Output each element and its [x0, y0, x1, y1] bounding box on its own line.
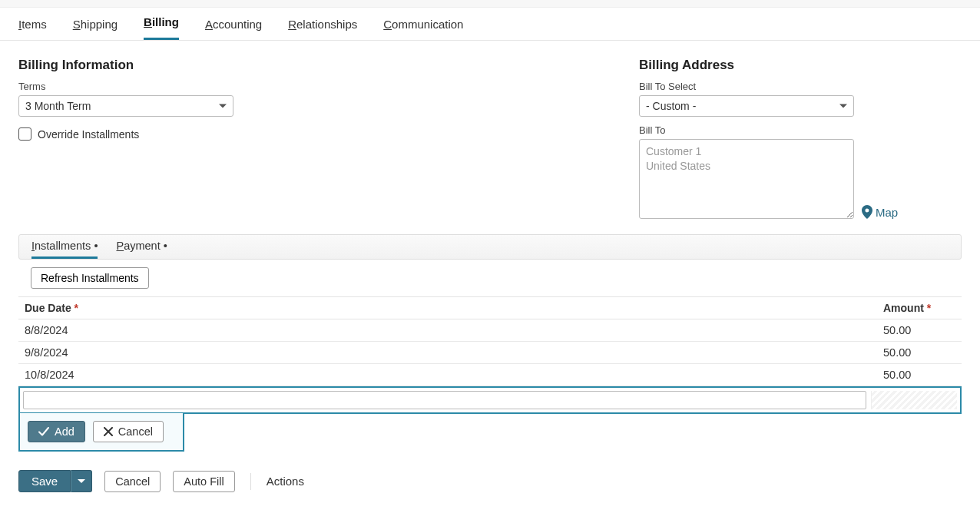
bill-to-line1: Customer 1 — [646, 144, 847, 159]
save-dropdown-button[interactable] — [71, 470, 92, 492]
tab-accounting-label: ccounting — [213, 18, 262, 31]
save-button[interactable]: Save — [18, 470, 71, 492]
required-asterisk: * — [74, 302, 78, 314]
due-date-header: Due Date * — [18, 297, 877, 319]
auto-fill-button[interactable]: Auto Fill — [173, 471, 234, 492]
bill-to-select-label: Bill To Select — [639, 81, 962, 92]
table-row[interactable]: 10/8/2024 50.00 — [18, 364, 962, 386]
tab-relationships[interactable]: Relationships — [288, 18, 357, 40]
cancel-row-button[interactable]: Cancel — [93, 421, 164, 442]
x-icon — [104, 427, 113, 436]
dropdown-arrow-icon — [839, 104, 847, 108]
main-tabs: Items Shipping Billing Accounting Relati… — [0, 8, 980, 41]
subtab-container: Installments • Payment • — [18, 234, 962, 260]
tab-relationships-label: elationships — [296, 18, 357, 31]
bill-to-select-value: - Custom - — [646, 100, 696, 112]
actions-menu[interactable]: Actions — [267, 475, 304, 488]
billing-information-section: Billing Information Terms 3 Month Term O… — [18, 58, 608, 141]
tab-communication[interactable]: Communication — [383, 18, 463, 40]
required-asterisk: * — [927, 302, 931, 314]
refresh-installments-button[interactable]: Refresh Installments — [31, 267, 149, 289]
terms-select-value: 3 Month Term — [25, 100, 91, 112]
due-date-cell: 9/8/2024 — [18, 342, 877, 364]
amount-header: Amount * — [877, 297, 962, 319]
dropdown-arrow-icon — [78, 479, 85, 483]
map-link[interactable]: Map — [862, 205, 898, 219]
due-date-cell: 8/8/2024 — [18, 319, 877, 342]
tab-billing[interactable]: Billing — [144, 15, 179, 40]
amount-cell: 50.00 — [877, 342, 962, 364]
override-installments-checkbox[interactable] — [18, 127, 31, 141]
terms-label: Terms — [18, 81, 608, 92]
footer-actions: Save Cancel Auto Fill Actions — [0, 452, 980, 503]
subtab-installments[interactable]: Installments • — [31, 240, 98, 259]
add-button-label: Add — [55, 425, 74, 438]
terms-select[interactable]: 3 Month Term — [18, 95, 233, 117]
tab-accounting[interactable]: Accounting — [205, 18, 262, 40]
amount-cell: 50.00 — [877, 319, 962, 342]
bill-to-select[interactable]: - Custom - — [639, 95, 854, 117]
tab-shipping-label: hipping — [81, 18, 118, 31]
new-due-date-input[interactable] — [23, 391, 866, 409]
tab-shipping[interactable]: Shipping — [73, 18, 118, 40]
new-amount-disabled-cell — [871, 391, 957, 409]
amount-cell: 50.00 — [877, 364, 962, 386]
map-label: Map — [876, 206, 898, 219]
billing-address-title: Billing Address — [639, 58, 962, 73]
dropdown-arrow-icon — [219, 104, 227, 108]
map-pin-icon — [862, 205, 872, 219]
subtab-payment-label: ayment — [124, 240, 161, 252]
tab-communication-label: ommunication — [392, 18, 463, 31]
subtab-installments-label: nstallments — [35, 240, 91, 252]
installments-table: Due Date * Amount * 8/8/2024 50.00 9/8/2… — [18, 296, 962, 452]
due-date-cell: 10/8/2024 — [18, 364, 877, 386]
new-row: Add Cancel — [18, 386, 962, 452]
billing-info-title: Billing Information — [18, 58, 608, 73]
table-row[interactable]: 8/8/2024 50.00 — [18, 319, 962, 342]
subtab-payment[interactable]: Payment • — [116, 240, 167, 259]
table-row[interactable]: 9/8/2024 50.00 — [18, 342, 962, 364]
override-installments-label: Override Installments — [38, 128, 139, 141]
save-button-group: Save — [18, 470, 92, 492]
cancel-row-label: Cancel — [118, 425, 153, 438]
tab-items[interactable]: Items — [18, 18, 47, 40]
top-gray-bar — [0, 0, 980, 8]
tab-items-label: tems — [22, 18, 47, 31]
footer-divider — [250, 473, 251, 490]
check-icon — [38, 426, 49, 437]
tab-billing-label: illing — [152, 15, 179, 28]
add-button[interactable]: Add — [28, 421, 85, 442]
bill-to-line2: United States — [646, 159, 847, 174]
bill-to-label: Bill To — [639, 124, 962, 136]
cancel-button[interactable]: Cancel — [104, 471, 161, 492]
bill-to-textarea[interactable]: Customer 1 United States — [639, 139, 854, 219]
billing-address-section: Billing Address Bill To Select - Custom … — [639, 58, 962, 219]
